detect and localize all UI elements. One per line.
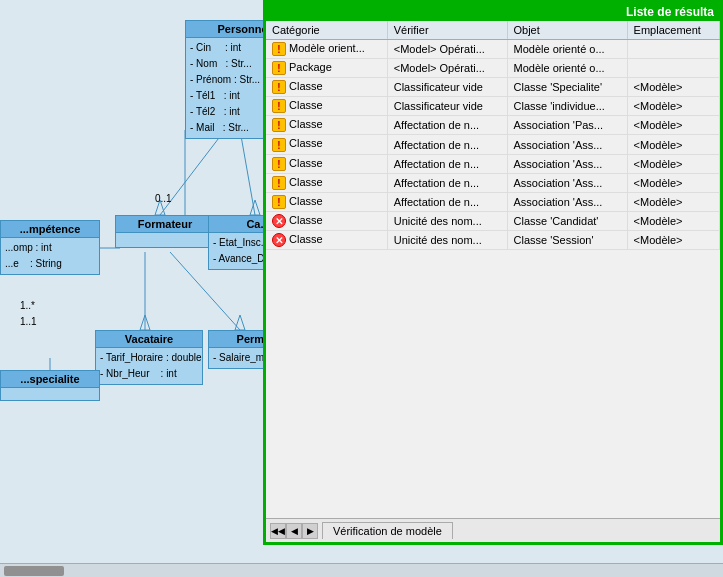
cell-category: !Package — [266, 59, 387, 78]
results-footer: ◀◀ ◀ ▶ Vérification de modèle — [266, 518, 720, 542]
nav-first-button[interactable]: ◀◀ — [270, 523, 286, 539]
cell-verifier: Affectation de n... — [387, 135, 507, 154]
col-header-verifier: Vérifier — [387, 21, 507, 40]
cell-object: Classe 'Candidat' — [507, 211, 627, 230]
cell-location: <Modèle> — [627, 135, 719, 154]
cell-location: <Modèle> — [627, 230, 719, 249]
table-row[interactable]: !ClasseAffectation de n...Association 'A… — [266, 135, 720, 154]
cell-location: <Modèle> — [627, 173, 719, 192]
label-0-1: 0..1 — [155, 193, 172, 204]
results-table: Catégorie Vérifier Objet Emplacement !Mo… — [266, 21, 720, 250]
cell-verifier: Classificateur vide — [387, 97, 507, 116]
cell-verifier: Unicité des nom... — [387, 211, 507, 230]
nav-prev-button[interactable]: ◀ — [286, 523, 302, 539]
warn-icon: ! — [272, 99, 286, 113]
cell-object: Classe 'Session' — [507, 230, 627, 249]
label-1-star: 1..* — [20, 300, 35, 311]
cell-category: !Classe — [266, 192, 387, 211]
cell-object: Modèle orienté o... — [507, 40, 627, 59]
col-header-emplacement: Emplacement — [627, 21, 719, 40]
cell-category: !Classe — [266, 97, 387, 116]
warn-icon: ! — [272, 118, 286, 132]
warn-icon: ! — [272, 80, 286, 94]
table-row[interactable]: !ClasseAffectation de n...Association 'P… — [266, 116, 720, 135]
warn-icon: ! — [272, 138, 286, 152]
class-header-specialite: ...specialite — [1, 371, 99, 388]
cell-category: !Classe — [266, 154, 387, 173]
cell-object: Classe 'Specialite' — [507, 78, 627, 97]
col-header-categorie: Catégorie — [266, 21, 387, 40]
label-1-1: 1..1 — [20, 316, 37, 327]
class-header-vacataire: Vacataire — [96, 331, 202, 348]
warn-icon: ! — [272, 42, 286, 56]
cell-category: !Classe — [266, 173, 387, 192]
cell-object: Association 'Ass... — [507, 192, 627, 211]
warn-icon: ! — [272, 61, 286, 75]
class-body-vacataire: - Tarif_Horaire : double - Nbr_Heur : in… — [96, 348, 202, 384]
uml-class-formateur[interactable]: Formateur — [115, 215, 215, 248]
warn-icon: ! — [272, 195, 286, 209]
table-row[interactable]: !Modèle orient...<Model> Opérati...Modèl… — [266, 40, 720, 59]
table-row[interactable]: !ClasseAffectation de n...Association 'A… — [266, 154, 720, 173]
error-icon: ✕ — [272, 233, 286, 247]
uml-class-competence[interactable]: ...mpétence ...omp : int ...e : String — [0, 220, 100, 275]
cell-object: Classe 'individue... — [507, 97, 627, 116]
uml-class-specialite[interactable]: ...specialite — [0, 370, 100, 401]
cell-verifier: Affectation de n... — [387, 192, 507, 211]
table-row[interactable]: !ClasseAffectation de n...Association 'A… — [266, 192, 720, 211]
table-row[interactable]: !ClasseAffectation de n...Association 'A… — [266, 173, 720, 192]
cell-verifier: <Model> Opérati... — [387, 59, 507, 78]
table-row[interactable]: !ClasseClassificateur videClasse 'Specia… — [266, 78, 720, 97]
scrollbar-thumb[interactable] — [4, 566, 64, 576]
col-header-objet: Objet — [507, 21, 627, 40]
error-icon: ✕ — [272, 214, 286, 228]
cell-verifier: Classificateur vide — [387, 78, 507, 97]
table-row[interactable]: ✕ClasseUnicité des nom...Classe 'Candida… — [266, 211, 720, 230]
svg-marker-7 — [235, 315, 245, 330]
cell-verifier: Unicité des nom... — [387, 230, 507, 249]
cell-location: <Modèle> — [627, 154, 719, 173]
svg-marker-5 — [140, 315, 150, 330]
class-header-formateur: Formateur — [116, 216, 214, 233]
cell-verifier: Affectation de n... — [387, 173, 507, 192]
cell-location: <Modèle> — [627, 78, 719, 97]
warn-icon: ! — [272, 157, 286, 171]
class-body-competence: ...omp : int ...e : String — [1, 238, 99, 274]
cell-location: <Modèle> — [627, 192, 719, 211]
svg-marker-3 — [250, 200, 260, 215]
warn-icon: ! — [272, 176, 286, 190]
results-panel: Liste de résulta Catégorie Vérifier Obje… — [263, 0, 723, 545]
cell-verifier: <Model> Opérati... — [387, 40, 507, 59]
cell-category: ✕Classe — [266, 230, 387, 249]
cell-object: Association 'Ass... — [507, 154, 627, 173]
cell-object: Association 'Pas... — [507, 116, 627, 135]
cell-location — [627, 40, 719, 59]
verification-tab[interactable]: Vérification de modèle — [322, 522, 453, 539]
cell-verifier: Affectation de n... — [387, 154, 507, 173]
nav-next-button[interactable]: ▶ — [302, 523, 318, 539]
svg-line-1 — [240, 130, 255, 215]
results-title: Liste de résulta — [266, 3, 720, 21]
cell-object: Association 'Ass... — [507, 173, 627, 192]
table-row[interactable]: !ClasseClassificateur videClasse 'indivi… — [266, 97, 720, 116]
bottom-scrollbar[interactable] — [0, 563, 723, 577]
cell-object: Modèle orienté o... — [507, 59, 627, 78]
cell-verifier: Affectation de n... — [387, 116, 507, 135]
cell-category: !Modèle orient... — [266, 40, 387, 59]
cell-object: Association 'Ass... — [507, 135, 627, 154]
cell-location: <Modèle> — [627, 97, 719, 116]
uml-class-vacataire[interactable]: Vacataire - Tarif_Horaire : double - Nbr… — [95, 330, 203, 385]
table-row[interactable]: ✕ClasseUnicité des nom...Classe 'Session… — [266, 230, 720, 249]
cell-location: <Modèle> — [627, 116, 719, 135]
cell-category: !Classe — [266, 78, 387, 97]
cell-category: !Classe — [266, 135, 387, 154]
cell-location — [627, 59, 719, 78]
table-row[interactable]: !Package<Model> Opérati...Modèle orienté… — [266, 59, 720, 78]
class-body-specialite — [1, 388, 99, 400]
cell-category: ✕Classe — [266, 211, 387, 230]
cell-location: <Modèle> — [627, 211, 719, 230]
class-header-competence: ...mpétence — [1, 221, 99, 238]
diagram-area: Personne - Cin : int - Nom : Str... - Pr… — [0, 0, 723, 577]
class-body-formateur — [116, 233, 214, 247]
cell-category: !Classe — [266, 116, 387, 135]
